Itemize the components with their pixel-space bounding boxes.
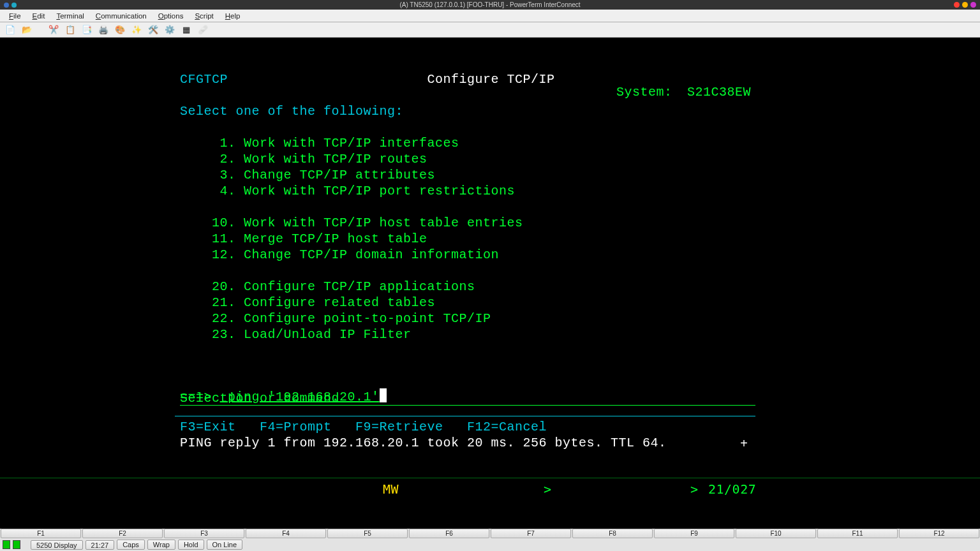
cursor-position: 21/027 bbox=[708, 481, 756, 497]
menu-communication[interactable]: Communication bbox=[91, 11, 152, 21]
select-prompt: Select one of the following: bbox=[180, 104, 403, 119]
paste-icon[interactable]: 📑 bbox=[82, 25, 92, 35]
palette-icon[interactable]: 🎨 bbox=[115, 25, 125, 35]
fkey-f6[interactable]: F6 bbox=[409, 529, 489, 538]
menu-help[interactable]: Help bbox=[220, 11, 246, 21]
arrow-icon: > bbox=[690, 481, 699, 497]
minimize-icon[interactable] bbox=[962, 2, 968, 8]
eraser-icon[interactable]: 🩹 bbox=[198, 25, 208, 35]
window-titlebar: (A) TN5250 (127.0.0.1) [FOO-THRU] - Powe… bbox=[0, 0, 980, 10]
tools-icon[interactable]: 🛠️ bbox=[148, 25, 158, 35]
window-controls bbox=[954, 2, 976, 8]
system-label: System: bbox=[616, 84, 672, 100]
program-id: CFGTCP bbox=[180, 72, 228, 87]
status-pill-on-line[interactable]: On Line bbox=[207, 540, 243, 550]
command-prompt: ===> bbox=[180, 390, 212, 404]
menu-script[interactable]: Script bbox=[189, 11, 218, 21]
wand-icon[interactable]: ✨ bbox=[131, 25, 142, 35]
fkey-f9[interactable]: F9 bbox=[654, 529, 734, 538]
close-icon[interactable] bbox=[954, 2, 960, 8]
new-icon[interactable]: 📄 bbox=[5, 25, 15, 35]
fkey-f7[interactable]: F7 bbox=[491, 529, 571, 538]
cursor bbox=[380, 388, 387, 402]
menu-options[interactable]: Options bbox=[153, 11, 189, 21]
maximize-icon[interactable] bbox=[970, 2, 976, 8]
more-indicator: + bbox=[740, 436, 748, 452]
screen-title: Configure TCP/IP bbox=[427, 72, 555, 87]
open-icon[interactable]: 📂 bbox=[22, 25, 32, 35]
fkey-f3[interactable]: F3 bbox=[164, 529, 244, 538]
arrow-icon: > bbox=[544, 481, 552, 497]
pos-pill[interactable]: 21:27 bbox=[85, 540, 115, 550]
fkey-f8[interactable]: F8 bbox=[572, 529, 653, 538]
led-indicator bbox=[13, 540, 20, 549]
status-row: MW > > 21/027 bbox=[0, 481, 980, 497]
status-pill-wrap[interactable]: Wrap bbox=[147, 540, 175, 550]
terminal-screen[interactable]: CFGTCP Configure TCP/IP System:S21C38EW … bbox=[0, 38, 980, 497]
menubar: File Edit Terminal Communication Options… bbox=[0, 10, 980, 22]
fkey-f1[interactable]: F1 bbox=[1, 529, 81, 538]
status-pill-caps[interactable]: Caps bbox=[117, 540, 145, 550]
grid-icon[interactable]: ▦ bbox=[181, 25, 191, 35]
print-icon[interactable]: 🖨️ bbox=[98, 25, 108, 35]
window-title: (A) TN5250 (127.0.0.1) [FOO-THRU] - Powe… bbox=[0, 1, 980, 8]
gear-icon[interactable]: ⚙️ bbox=[165, 25, 175, 35]
fkey-f10[interactable]: F10 bbox=[736, 529, 816, 538]
fkey-f4[interactable]: F4 bbox=[246, 529, 326, 538]
fkey-f5[interactable]: F5 bbox=[327, 529, 408, 538]
menu-edit[interactable]: Edit bbox=[27, 11, 50, 21]
fkey-f11[interactable]: F11 bbox=[817, 529, 898, 538]
fkey-f2[interactable]: F2 bbox=[82, 529, 163, 538]
mw-indicator: MW bbox=[383, 481, 399, 497]
copy-icon[interactable]: 📋 bbox=[65, 25, 75, 35]
fkey-f12[interactable]: F12 bbox=[899, 529, 979, 538]
cut-icon[interactable]: ✂️ bbox=[48, 25, 59, 35]
message-line: PING reply 1 from 192.168.20.1 took 20 m… bbox=[180, 435, 667, 451]
function-keys-help: F3=Exit F4=Prompt F9=Retrieve F12=Cancel bbox=[180, 419, 547, 435]
command-value[interactable]: ping '192.168.20.1' bbox=[220, 390, 380, 404]
status-pill-hold[interactable]: Hold bbox=[178, 540, 204, 550]
system-name: S21C38EW bbox=[687, 84, 751, 100]
status-separator bbox=[0, 478, 980, 478]
mode-pill[interactable]: 5250 Display bbox=[31, 540, 83, 550]
bottom-status-bar: 5250 Display 21:27 CapsWrapHoldOn Line bbox=[0, 538, 980, 551]
command-input-line[interactable]: ===> ping '192.168.20.1' bbox=[180, 388, 755, 406]
menu-options: 1. Work with TCP/IP interfaces 2. Work w… bbox=[180, 135, 980, 342]
menu-file[interactable]: File bbox=[4, 11, 26, 21]
fkey-bar: F1F2F3F4F5F6F7F8F9F10F11F12 bbox=[0, 529, 980, 538]
separator bbox=[175, 416, 755, 416]
menu-terminal[interactable]: Terminal bbox=[51, 11, 89, 21]
toolbar: 📄 📂 ✂️ 📋 📑 🖨️ 🎨 ✨ 🛠️ ⚙️ ▦ 🩹 bbox=[0, 22, 980, 38]
led-indicator bbox=[3, 540, 10, 549]
